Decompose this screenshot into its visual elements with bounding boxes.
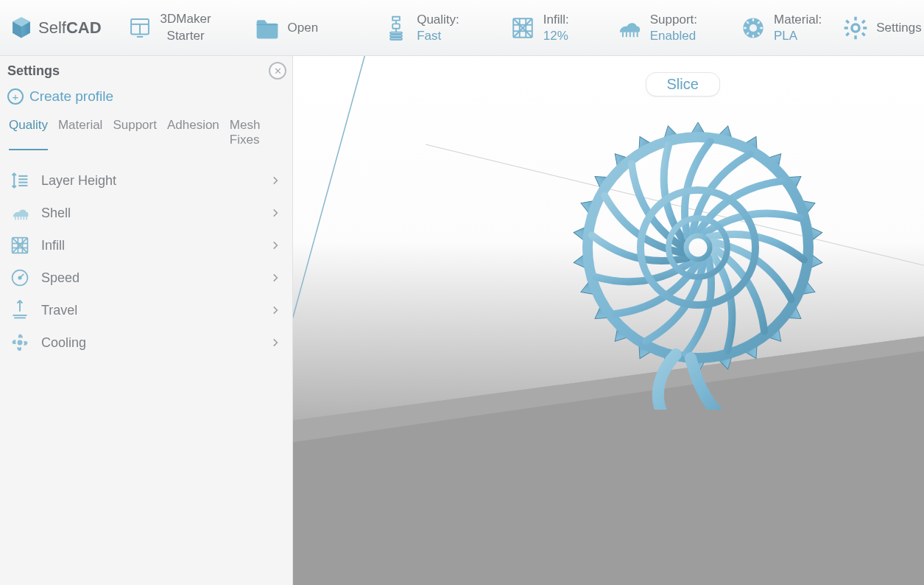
- settings-label: Settings: [876, 21, 921, 35]
- option-speed[interactable]: Speed: [0, 262, 292, 294]
- svg-point-31: [18, 340, 23, 346]
- support-indicator[interactable]: Support: Enabled: [606, 12, 708, 43]
- printer-selector[interactable]: 3DMaker Starter: [116, 11, 222, 45]
- panel-title: Settings: [7, 63, 60, 79]
- material-icon: [740, 15, 766, 41]
- settings-panel: Settings ✕ + Create profile Quality Mate…: [0, 56, 293, 585]
- quality-icon: [383, 15, 409, 41]
- chevron-right-icon: [272, 270, 279, 286]
- option-label: Layer Height: [41, 173, 116, 189]
- create-profile-label: Create profile: [29, 88, 113, 105]
- app-logo[interactable]: SelfCAD: [4, 15, 116, 41]
- infill-icon-sm: [10, 236, 29, 255]
- top-toolbar: SelfCAD 3DMaker Starter Open: [0, 0, 924, 56]
- option-label: Cooling: [41, 335, 86, 351]
- svg-point-15: [750, 24, 757, 31]
- shell-icon: [10, 203, 29, 223]
- slice-button[interactable]: Slice: [646, 72, 720, 97]
- option-layer-height[interactable]: Layer Height: [0, 164, 292, 197]
- open-button[interactable]: Open: [244, 15, 329, 41]
- app-name: SelfCAD: [38, 18, 102, 38]
- tab-material[interactable]: Material: [58, 118, 102, 150]
- printer-name-line2: Starter: [161, 28, 211, 45]
- open-label: Open: [288, 21, 319, 35]
- chevron-right-icon: [272, 173, 279, 189]
- tab-quality[interactable]: Quality: [9, 118, 48, 150]
- settings-tabs: Quality Material Support Adhesion Mesh F…: [0, 118, 292, 157]
- infill-label: Infill:: [543, 12, 569, 27]
- option-travel[interactable]: Travel: [0, 294, 292, 326]
- option-shell[interactable]: Shell: [0, 197, 292, 229]
- svg-point-28: [18, 276, 21, 279]
- close-icon: ✕: [274, 66, 282, 77]
- model-preview[interactable]: [543, 100, 853, 410]
- svg-point-39: [686, 236, 710, 259]
- svg-rect-4: [390, 32, 402, 33]
- settings-button[interactable]: Settings: [832, 15, 924, 41]
- printer-icon: [127, 15, 153, 41]
- material-value: PLA: [774, 28, 822, 43]
- gear-icon: [842, 15, 869, 41]
- material-label: Material:: [774, 12, 822, 27]
- svg-rect-6: [390, 38, 402, 39]
- folder-icon: [254, 15, 281, 41]
- settings-options: Layer Height Shell Inf: [0, 157, 292, 359]
- infill-value: 12%: [543, 28, 569, 43]
- option-label: Speed: [41, 270, 80, 286]
- svg-rect-3: [392, 24, 400, 28]
- quality-label: Quality:: [417, 12, 459, 27]
- layer-height-icon: [10, 171, 29, 190]
- quality-indicator[interactable]: Quality: Fast: [373, 12, 470, 43]
- material-indicator[interactable]: Material: PLA: [730, 12, 832, 43]
- tab-support[interactable]: Support: [113, 118, 157, 150]
- option-label: Travel: [41, 303, 77, 318]
- chevron-right-icon: [272, 206, 279, 221]
- selfcad-logo-icon: [9, 15, 34, 41]
- tab-meshfixes[interactable]: Mesh Fixes: [230, 118, 283, 150]
- chevron-right-icon: [272, 238, 279, 253]
- travel-icon: [10, 301, 29, 320]
- svg-point-36: [588, 137, 808, 358]
- option-label: Shell: [41, 206, 71, 221]
- option-label: Infill: [41, 238, 65, 253]
- close-panel-button[interactable]: ✕: [269, 62, 286, 80]
- svg-line-34: [293, 56, 367, 424]
- slice-label: Slice: [667, 76, 699, 92]
- option-cooling[interactable]: Cooling: [0, 326, 292, 359]
- support-label: Support:: [650, 12, 697, 27]
- cooling-icon: [10, 333, 29, 352]
- create-profile-button[interactable]: + Create profile: [0, 84, 292, 118]
- 3d-viewport[interactable]: Slice: [293, 56, 924, 585]
- tab-adhesion[interactable]: Adhesion: [167, 118, 219, 150]
- speed-icon: [10, 268, 29, 287]
- support-icon: [616, 15, 643, 41]
- printer-name-line1: 3DMaker: [161, 11, 211, 28]
- support-value: Enabled: [650, 28, 697, 43]
- quality-value: Fast: [417, 28, 459, 43]
- chevron-right-icon: [272, 335, 279, 351]
- infill-indicator[interactable]: Infill: 12%: [499, 12, 579, 43]
- option-infill[interactable]: Infill: [0, 229, 292, 262]
- svg-rect-5: [390, 35, 402, 36]
- chevron-right-icon: [272, 303, 279, 318]
- plus-icon: +: [7, 88, 24, 105]
- infill-icon: [509, 15, 536, 41]
